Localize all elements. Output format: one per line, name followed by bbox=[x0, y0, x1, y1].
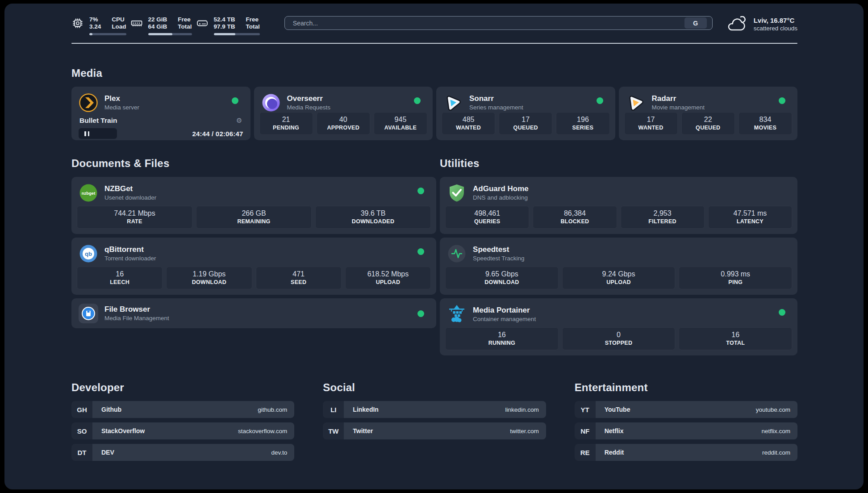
status-dot bbox=[232, 97, 238, 104]
stat-label: DOWNLOAD bbox=[168, 279, 250, 286]
nzbget-icon: nzbget bbox=[79, 183, 98, 203]
link-row-github[interactable]: GH Github github.com bbox=[71, 401, 294, 418]
cpu-icon bbox=[71, 17, 84, 29]
stat-tile: 9.65 Gbps DOWNLOAD bbox=[445, 267, 559, 289]
stat-value: 945 bbox=[376, 115, 425, 124]
app-card-overseerr[interactable]: Overseerr Media Requests 21 PENDING 40 A… bbox=[254, 87, 433, 140]
stat-tile: 1.19 Gbps DOWNLOAD bbox=[166, 267, 252, 289]
stat-tile: 9.24 Gbps UPLOAD bbox=[562, 267, 676, 289]
section-title-social: Social bbox=[323, 381, 546, 394]
stat-label: AVAILABLE bbox=[376, 124, 425, 131]
app-subtitle: Torrent downloader bbox=[104, 255, 156, 262]
weather-location-temp: Lviv, 16.87°C bbox=[754, 17, 797, 25]
link-row-reddit[interactable]: RE Reddit reddit.com bbox=[575, 444, 797, 461]
link-url: dev.to bbox=[271, 449, 288, 456]
app-title: AdGuard Home bbox=[473, 184, 529, 193]
stat-label: DOWNLOADED bbox=[317, 218, 429, 225]
link-row-stackoverflow[interactable]: SO StackOverflow stackoverflow.com bbox=[71, 422, 294, 439]
cpu-label: CPU bbox=[112, 16, 126, 23]
link-url: github.com bbox=[258, 406, 287, 413]
status-dot bbox=[417, 310, 424, 317]
stat-label: STOPPED bbox=[564, 339, 673, 347]
stat-value: 17 bbox=[626, 115, 676, 124]
clouds-icon bbox=[726, 16, 748, 33]
app-subtitle: Media File Management bbox=[104, 314, 169, 322]
link-row-linkedin[interactable]: LI LinkedIn linkedin.com bbox=[323, 401, 546, 418]
developer-section: Developer GH Github github.com SO StackO… bbox=[71, 381, 294, 461]
disk-total-label: Total bbox=[246, 23, 260, 30]
app-card-sonarr[interactable]: Sonarr Series management 485 WANTED 17 Q… bbox=[436, 87, 615, 140]
cpu-load-value: 3.24 bbox=[89, 23, 101, 30]
section-title-docs: Documents & Files bbox=[71, 157, 436, 170]
stat-value: 485 bbox=[444, 115, 493, 124]
stat-label: TOTAL bbox=[681, 339, 790, 347]
link-name: Reddit bbox=[605, 449, 624, 456]
app-title: qBittorrent bbox=[104, 245, 156, 254]
stat-label: FILTERED bbox=[623, 218, 702, 225]
link-row-dev[interactable]: DT DEV dev.to bbox=[71, 444, 294, 461]
stat-label: UPLOAD bbox=[347, 279, 429, 286]
stat-value: 196 bbox=[558, 115, 607, 124]
link-url: stackoverflow.com bbox=[238, 428, 287, 435]
stat-value: 47.571 ms bbox=[710, 209, 790, 217]
stat-tile: 0.993 ms PING bbox=[679, 267, 792, 289]
stat-tile: 266 GB REMAINING bbox=[196, 206, 312, 229]
memory-widget: 22 GiB 64 GiB Free Total bbox=[130, 16, 192, 35]
search-bar: G bbox=[284, 16, 713, 30]
stat-tile: 86,384 BLOCKED bbox=[533, 206, 617, 229]
stat-tile: 945 AVAILABLE bbox=[374, 112, 427, 135]
app-card-plex[interactable]: Plex Media server Bullet Train ⚙ 24:44 /… bbox=[71, 87, 250, 140]
app-title: Media Portainer bbox=[473, 306, 536, 315]
stat-value: 266 GB bbox=[198, 209, 309, 217]
stat-tile: 0 STOPPED bbox=[562, 327, 676, 350]
search-engine-button[interactable]: G bbox=[684, 17, 707, 29]
link-row-youtube[interactable]: YT YouTube youtube.com bbox=[575, 401, 797, 418]
search-input[interactable] bbox=[284, 16, 713, 30]
stat-tile: 39.6 TB DOWNLOADED bbox=[315, 206, 431, 229]
stat-label: QUEUED bbox=[501, 124, 550, 131]
link-name: StackOverflow bbox=[101, 427, 145, 435]
stat-value: 16 bbox=[681, 330, 790, 339]
app-card-speedtest[interactable]: Speedtest Speedtest Tracking 9.65 Gbps D… bbox=[440, 238, 797, 295]
app-card-radarr[interactable]: Radarr Movie management 17 WANTED 22 QUE… bbox=[619, 87, 798, 140]
stat-tile: 744.21 Mbps RATE bbox=[77, 206, 192, 229]
documents-column: Documents & Files nzbget NZBGet Usenet d… bbox=[71, 157, 436, 355]
disk-free-value: 52.4 TB bbox=[214, 16, 235, 23]
portainer-icon bbox=[447, 305, 467, 324]
stat-value: 0 bbox=[564, 330, 673, 339]
app-card-nzbget[interactable]: nzbget NZBGet Usenet downloader 744.21 M… bbox=[71, 177, 436, 234]
ram-total-value: 64 GiB bbox=[148, 23, 167, 30]
app-title: Radarr bbox=[652, 94, 705, 103]
app-card-portainer[interactable]: Media Portainer Container management 16 … bbox=[440, 298, 797, 355]
link-row-netflix[interactable]: NF Netflix netflix.com bbox=[575, 422, 797, 439]
status-dot bbox=[779, 97, 785, 104]
stat-tile: 22 QUEUED bbox=[681, 112, 735, 135]
stat-value: 1.19 Gbps bbox=[168, 270, 250, 278]
link-name: LinkedIn bbox=[353, 406, 379, 413]
app-subtitle: Usenet downloader bbox=[104, 194, 156, 201]
app-card-filebrowser[interactable]: File Browser Media File Management bbox=[71, 298, 436, 328]
stat-label: RATE bbox=[79, 218, 190, 225]
link-url: netflix.com bbox=[761, 428, 790, 435]
stat-value: 498,461 bbox=[447, 209, 527, 217]
app-title: Overseerr bbox=[287, 94, 331, 103]
pause-button[interactable] bbox=[79, 128, 117, 139]
stat-value: 16 bbox=[79, 270, 160, 278]
stat-value: 618.52 Mbps bbox=[347, 270, 429, 278]
stat-label: SERIES bbox=[558, 124, 607, 131]
app-card-qbittorrent[interactable]: qb qBittorrent Torrent downloader 16 LEE… bbox=[71, 238, 436, 295]
link-name: Github bbox=[101, 406, 121, 413]
memory-icon bbox=[130, 17, 143, 29]
status-dot bbox=[417, 188, 424, 194]
app-subtitle: Media server bbox=[104, 104, 139, 111]
settings-icon[interactable]: ⚙ bbox=[236, 117, 242, 124]
dashboard-panel: 7% 3.24 CPU Load bbox=[4, 4, 864, 489]
stat-value: 744.21 Mbps bbox=[79, 209, 190, 217]
stat-label: WANTED bbox=[626, 124, 676, 131]
stat-tile: 17 QUEUED bbox=[499, 112, 552, 135]
app-card-adguard[interactable]: AdGuard Home DNS and adblocking 498,461 … bbox=[440, 177, 797, 234]
svg-text:qb: qb bbox=[85, 251, 92, 257]
link-row-twitter[interactable]: TW Twitter twitter.com bbox=[323, 422, 546, 439]
stat-tile: 471 SEED bbox=[256, 267, 342, 289]
social-section: Social LI LinkedIn linkedin.com TW Twitt… bbox=[323, 381, 546, 461]
